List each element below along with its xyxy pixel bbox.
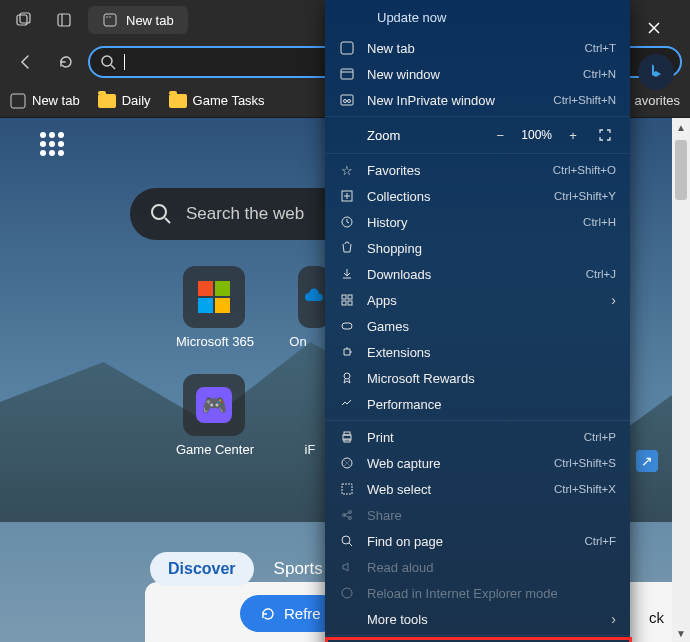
- menu-label: Reload in Internet Explorer mode: [367, 586, 616, 601]
- search-icon: [150, 203, 172, 225]
- app-launcher-icon[interactable]: [40, 132, 68, 160]
- zoom-out-button[interactable]: −: [489, 124, 511, 146]
- refresh-button[interactable]: [48, 44, 84, 80]
- zoom-label: Zoom: [339, 128, 479, 143]
- discover-tab[interactable]: Discover: [150, 552, 254, 586]
- download-icon: [339, 266, 355, 282]
- folder-icon: [98, 94, 116, 108]
- microsoft-logo-icon: [198, 281, 230, 313]
- menu-apps[interactable]: Apps ›: [325, 287, 630, 313]
- menu-web-select[interactable]: Web select Ctrl+Shift+X: [325, 476, 630, 502]
- menu-favorites[interactable]: ☆ Favorites Ctrl+Shift+O: [325, 157, 630, 183]
- menu-inprivate[interactable]: New InPrivate window Ctrl+Shift+N: [325, 87, 630, 113]
- menu-shortcut: Ctrl+Shift+O: [553, 164, 616, 176]
- menu-find-on-page[interactable]: Find on page Ctrl+F: [325, 528, 630, 554]
- browser-tab[interactable]: New tab: [88, 6, 188, 34]
- chevron-right-icon: ›: [611, 292, 616, 308]
- tile-gamecenter[interactable]: 🎮: [183, 374, 245, 436]
- scroll-down-icon[interactable]: ▼: [672, 624, 690, 642]
- menu-shopping[interactable]: Shopping: [325, 235, 630, 261]
- svg-point-38: [342, 588, 352, 598]
- scroll-thumb[interactable]: [675, 140, 687, 200]
- performance-icon: [339, 396, 355, 412]
- copilot-button[interactable]: [638, 54, 674, 90]
- sports-tab[interactable]: Sports: [274, 559, 323, 579]
- svg-rect-13: [341, 69, 353, 79]
- menu-web-capture[interactable]: Web capture Ctrl+Shift+S: [325, 450, 630, 476]
- close-button[interactable]: [634, 8, 674, 48]
- menu-downloads[interactable]: Downloads Ctrl+J: [325, 261, 630, 287]
- back-button[interactable]: [8, 44, 44, 80]
- menu-reload-ie: Reload in Internet Explorer mode: [325, 580, 630, 606]
- gamepad-icon: 🎮: [196, 387, 232, 423]
- extensions-icon: [339, 344, 355, 360]
- fav-newtab[interactable]: New tab: [10, 93, 80, 109]
- star-icon: ☆: [339, 162, 355, 178]
- find-icon: [339, 533, 355, 549]
- tile-microsoft365[interactable]: [183, 266, 245, 328]
- svg-rect-2: [58, 14, 70, 26]
- onedrive-icon: [302, 285, 326, 309]
- menu-label: Share: [367, 508, 616, 523]
- refresh-icon: [260, 606, 276, 622]
- menu-games[interactable]: Games: [325, 313, 630, 339]
- menu-update-now[interactable]: Update now: [325, 0, 630, 35]
- fav-daily[interactable]: Daily: [98, 93, 151, 108]
- vertical-scrollbar[interactable]: ▲ ▼: [672, 118, 690, 642]
- menu-history[interactable]: History Ctrl+H: [325, 209, 630, 235]
- newtab-icon: [102, 12, 118, 28]
- zoom-value: 100%: [521, 128, 552, 142]
- menu-label: More tools: [367, 612, 599, 627]
- menu-label: Read aloud: [367, 560, 616, 575]
- svg-point-7: [102, 56, 112, 66]
- vertical-tabs-icon[interactable]: [48, 4, 80, 36]
- tile-label: Game Center: [155, 442, 275, 457]
- fullscreen-button[interactable]: [594, 124, 616, 146]
- menu-label: Downloads: [367, 267, 574, 282]
- svg-line-8: [111, 65, 115, 69]
- menu-shortcut: Ctrl+J: [586, 268, 616, 280]
- menu-label: Favorites: [367, 163, 541, 178]
- svg-rect-25: [348, 301, 352, 305]
- svg-rect-24: [342, 301, 346, 305]
- text-cursor: [124, 54, 125, 70]
- menu-new-tab[interactable]: New tab Ctrl+T: [325, 35, 630, 61]
- partial-text: ck: [649, 609, 664, 626]
- open-external-icon[interactable]: ↗: [636, 450, 658, 472]
- print-icon: [339, 429, 355, 445]
- menu-shortcut: Ctrl+T: [584, 42, 616, 54]
- menu-rewards[interactable]: Microsoft Rewards: [325, 365, 630, 391]
- ie-icon: [339, 585, 355, 601]
- tab-actions-icon[interactable]: [8, 4, 40, 36]
- svg-rect-15: [341, 95, 353, 105]
- folder-icon: [169, 94, 187, 108]
- menu-shortcut: Ctrl+Shift+Y: [554, 190, 616, 202]
- menu-extensions[interactable]: Extensions: [325, 339, 630, 365]
- collections-icon: [339, 188, 355, 204]
- menu-collections[interactable]: Collections Ctrl+Shift+Y: [325, 183, 630, 209]
- svg-rect-22: [342, 295, 346, 299]
- history-icon: [339, 214, 355, 230]
- menu-shortcut: Ctrl+N: [583, 68, 616, 80]
- search-placeholder: Search the web: [186, 204, 304, 224]
- menu-label: History: [367, 215, 571, 230]
- menu-performance[interactable]: Performance: [325, 391, 630, 417]
- svg-rect-9: [11, 94, 25, 108]
- fav-gametasks[interactable]: Game Tasks: [169, 93, 265, 108]
- svg-point-36: [342, 536, 350, 544]
- scroll-up-icon[interactable]: ▲: [672, 118, 690, 136]
- zoom-in-button[interactable]: +: [562, 124, 584, 146]
- menu-new-window[interactable]: New window Ctrl+N: [325, 61, 630, 87]
- browser-menu: Update now New tab Ctrl+T New window Ctr…: [325, 0, 630, 642]
- games-icon: [339, 318, 355, 334]
- svg-rect-4: [104, 14, 116, 26]
- fav-label: Game Tasks: [193, 93, 265, 108]
- search-icon: [100, 54, 116, 70]
- chevron-right-icon: ›: [611, 611, 616, 627]
- svg-line-11: [165, 218, 170, 223]
- menu-print[interactable]: Print Ctrl+P: [325, 424, 630, 450]
- menu-shortcut: Ctrl+Shift+X: [554, 483, 616, 495]
- menu-label: Shopping: [367, 241, 616, 256]
- svg-line-37: [349, 543, 352, 546]
- menu-more-tools[interactable]: More tools ›: [325, 606, 630, 632]
